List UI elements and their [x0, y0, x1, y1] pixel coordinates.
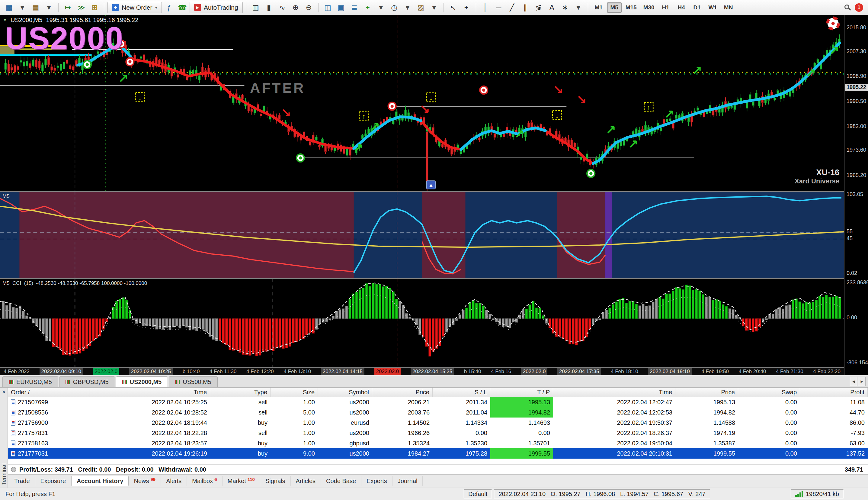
terminal-tab-alerts[interactable]: Alerts — [161, 476, 187, 486]
column-header[interactable]: Time — [553, 388, 676, 397]
terminal-tab-news[interactable]: News99 — [129, 476, 161, 486]
new-order-button[interactable]: +New Order▾ — [107, 2, 162, 13]
cursor-icon[interactable]: ↖ — [447, 2, 459, 13]
terminal-tab-signals[interactable]: Signals — [260, 476, 291, 486]
oscillator-panel[interactable] — [0, 192, 844, 278]
zoom-out-icon[interactable]: ⊖ — [303, 2, 315, 13]
timeframe-d1-button[interactable]: D1 — [690, 2, 704, 13]
indicators-dropdown-icon[interactable]: ▾ — [375, 2, 387, 13]
column-header[interactable]: Type — [210, 388, 270, 397]
arrows-tool-icon[interactable]: ∗ — [559, 2, 571, 13]
chart-tab-us2000[interactable]: US2000,M5 — [116, 376, 168, 387]
notification-badge[interactable]: 1 — [855, 3, 863, 12]
text-label-icon[interactable]: A — [546, 2, 558, 13]
buy-arrow-icon: ↗ — [628, 137, 638, 151]
history-row[interactable]: 2717581632022.02.04 18:23:57buy1.00gbpus… — [8, 438, 868, 448]
timeframe-h4-button[interactable]: H4 — [674, 2, 689, 13]
terminal-tab-articles[interactable]: Articles — [291, 476, 321, 486]
terminal-tab-trade[interactable]: Trade — [9, 476, 35, 486]
templates-icon[interactable]: ▨ — [415, 2, 427, 13]
terminal-tab-mailbox[interactable]: Mailbox6 — [187, 476, 222, 486]
chart-tab-gbpusd[interactable]: GBPUSD,M5 — [59, 376, 115, 387]
tile-windows-icon[interactable]: ◫ — [322, 2, 334, 13]
column-header[interactable]: Order / — [8, 388, 89, 397]
column-header[interactable]: Price — [372, 388, 433, 397]
chart-shift-icon[interactable]: ↦ — [62, 2, 74, 13]
history-row[interactable]: 2715076992022.02.04 10:25:25sell1.00us20… — [8, 397, 868, 407]
fibonacci-icon[interactable]: ≶ — [532, 2, 545, 13]
price-chart[interactable]: ↓↑↓↓↑↗↗↗↗↗↗↗↗↗↗↘↘↘↘▲ — [0, 15, 844, 191]
profiles-dropdown-icon[interactable]: ▾ — [43, 2, 55, 13]
horizontal-line-icon[interactable]: ─ — [493, 2, 505, 13]
periods-dropdown-icon[interactable]: ▾ — [401, 2, 414, 13]
chart-window-dropdown-icon[interactable]: ▾ — [16, 2, 28, 13]
terminal-tab-code-base[interactable]: Code Base — [321, 476, 361, 486]
xard-logo-icon — [828, 18, 839, 29]
column-header[interactable]: Time — [89, 388, 210, 397]
phone-trading-icon[interactable]: ☎ — [176, 2, 188, 13]
terminal-tab-journal[interactable]: Journal — [392, 476, 423, 486]
history-row[interactable]: 2715085562022.02.04 10:28:52sell5.00us20… — [8, 407, 868, 418]
trendline-icon[interactable]: ╱ — [506, 2, 518, 13]
timeframe-mn-button[interactable]: MN — [721, 2, 736, 13]
vertical-line-icon[interactable]: │ — [479, 2, 492, 13]
timeframe-m30-button[interactable]: M30 — [641, 2, 657, 13]
timeframe-m5-button[interactable]: M5 — [607, 2, 622, 13]
auto-scroll-icon[interactable]: ≫ — [75, 2, 87, 13]
column-header[interactable]: Price — [676, 388, 738, 397]
toolbar-separator — [588, 3, 588, 12]
terminal-tab-experts[interactable]: Experts — [361, 476, 392, 486]
autotrading-button[interactable]: ▶AutoTrading — [190, 2, 243, 13]
history-row[interactable]: 2717569002022.02.04 18:19:44buy1.00eurus… — [8, 418, 868, 428]
periods-icon[interactable]: ◷ — [388, 2, 400, 13]
channel-icon[interactable]: ∥ — [519, 2, 531, 13]
terminal-tab-market[interactable]: Market110 — [223, 476, 260, 486]
connection-status[interactable]: 19820/41 kb — [791, 489, 844, 499]
timeframe-w1-button[interactable]: W1 — [706, 2, 720, 13]
search-icon[interactable] — [844, 4, 849, 9]
indicators-icon[interactable]: + — [362, 2, 374, 13]
column-header[interactable]: S / L — [433, 388, 490, 397]
timeframe-m15-button[interactable]: M15 — [623, 2, 640, 13]
close-time-cell: 2022.02.04 18:26:37 — [553, 428, 676, 438]
profile-indicator[interactable]: Default — [464, 489, 492, 499]
new-chart-icon[interactable]: ▦ — [3, 2, 15, 13]
chart-tab-us500[interactable]: US500,M5 — [169, 376, 218, 387]
timeframe-m1-button[interactable]: M1 — [591, 2, 606, 13]
timeframe-h1-button[interactable]: H1 — [658, 2, 673, 13]
history-row[interactable]: 2717578312022.02.04 18:22:28sell1.00us20… — [8, 428, 868, 438]
time-label: 2022.02.04 15:25 — [411, 368, 454, 375]
time-label: 4 Feb 16 — [491, 368, 511, 375]
column-header[interactable]: Profit — [800, 388, 868, 397]
shapes-dropdown-icon[interactable]: ▾ — [572, 2, 585, 13]
templates-dropdown-icon[interactable]: ▾ — [428, 2, 440, 13]
balance-icon — [11, 467, 16, 472]
tabs-scroll-right-button[interactable]: ▸ — [858, 377, 866, 386]
bar-chart-icon[interactable]: ▥ — [250, 2, 262, 13]
grid-icon[interactable]: ⊞ — [89, 2, 101, 13]
candlestick-chart-icon[interactable]: ▮ — [263, 2, 275, 13]
arrange-windows-icon[interactable]: ≣ — [349, 2, 361, 13]
expert-advisors-icon[interactable]: ƒ — [163, 2, 175, 13]
history-table-header: Order /TimeTypeSizeSymbolPriceS / LT / P… — [8, 388, 868, 397]
terminal-tab-account-history[interactable]: Account History — [71, 476, 129, 486]
profiles-icon[interactable]: ▤ — [30, 2, 42, 13]
column-header[interactable]: T / P — [490, 388, 553, 397]
chart-tab-eurusd[interactable]: EURUSD,M5 — [2, 376, 58, 387]
zoom-in-icon[interactable]: ⊕ — [290, 2, 302, 13]
cascade-windows-icon[interactable]: ▣ — [335, 2, 347, 13]
balance-row[interactable]: Profit/Loss: 349.71 Credit: 0.00 Deposit… — [8, 464, 868, 474]
crosshair-icon[interactable]: + — [460, 2, 472, 13]
column-header[interactable]: Swap — [738, 388, 800, 397]
terminal-tab-exposure[interactable]: Exposure — [35, 476, 72, 486]
oscillator-label: M5 — [2, 193, 10, 200]
close-price-cell: 1999.55 — [676, 448, 738, 458]
column-header[interactable]: Symbol — [318, 388, 372, 397]
terminal-close-button[interactable]: × — [2, 388, 5, 395]
history-row[interactable]: 2717770312022.02.04 19:26:19buy9.00us200… — [8, 448, 868, 458]
column-header[interactable]: Size — [270, 388, 318, 397]
line-chart-icon[interactable]: ∿ — [276, 2, 288, 13]
cci-panel[interactable] — [0, 279, 844, 367]
order-cell: 271777031 — [8, 448, 89, 458]
tabs-scroll-left-button[interactable]: ◂ — [850, 377, 857, 386]
